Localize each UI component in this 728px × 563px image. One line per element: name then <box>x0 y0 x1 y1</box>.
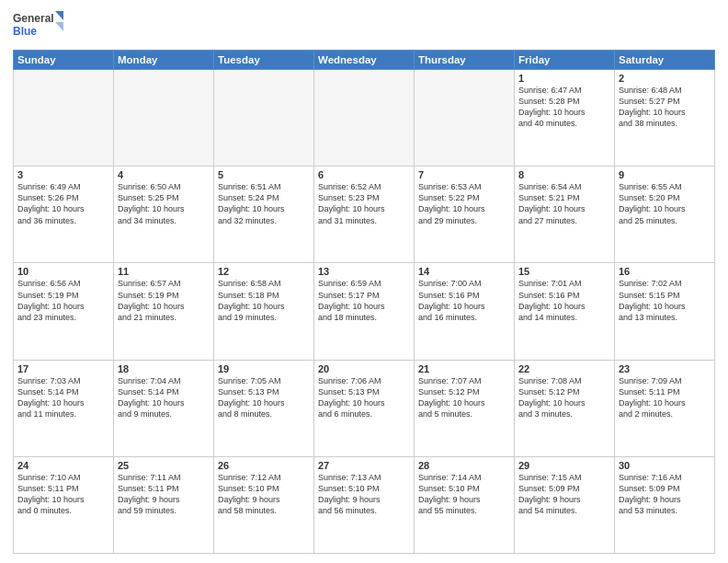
calendar-cell: 3Sunrise: 6:49 AM Sunset: 5:26 PM Daylig… <box>14 167 114 263</box>
weekday-header-friday: Friday <box>515 51 615 70</box>
calendar-cell <box>14 70 114 167</box>
calendar-cell: 24Sunrise: 7:10 AM Sunset: 5:11 PM Dayli… <box>14 456 114 553</box>
day-number: 17 <box>17 363 109 374</box>
calendar-cell: 29Sunrise: 7:15 AM Sunset: 5:09 PM Dayli… <box>515 456 615 553</box>
day-number: 5 <box>218 169 310 180</box>
day-number: 16 <box>619 266 711 277</box>
day-number: 22 <box>518 363 610 374</box>
weekday-header-sunday: Sunday <box>14 51 114 70</box>
header: General Blue <box>13 9 715 42</box>
calendar-cell: 7Sunrise: 6:53 AM Sunset: 5:22 PM Daylig… <box>415 167 515 263</box>
day-info: Sunrise: 6:54 AM Sunset: 5:21 PM Dayligh… <box>518 181 610 226</box>
calendar-cell: 26Sunrise: 7:12 AM Sunset: 5:10 PM Dayli… <box>214 456 314 553</box>
logo-svg: General Blue <box>13 9 63 42</box>
day-info: Sunrise: 6:57 AM Sunset: 5:19 PM Dayligh… <box>118 278 210 323</box>
day-number: 4 <box>118 169 210 180</box>
weekday-header-tuesday: Tuesday <box>214 51 314 70</box>
day-number: 21 <box>418 363 510 374</box>
calendar-cell: 27Sunrise: 7:13 AM Sunset: 5:10 PM Dayli… <box>314 456 415 553</box>
day-info: Sunrise: 7:13 AM Sunset: 5:10 PM Dayligh… <box>318 472 410 517</box>
calendar-cell: 19Sunrise: 7:05 AM Sunset: 5:13 PM Dayli… <box>214 360 314 456</box>
day-number: 27 <box>318 460 410 471</box>
day-info: Sunrise: 6:51 AM Sunset: 5:24 PM Dayligh… <box>218 181 310 226</box>
day-info: Sunrise: 7:06 AM Sunset: 5:13 PM Dayligh… <box>318 375 410 420</box>
day-number: 6 <box>318 169 410 180</box>
calendar-cell: 2Sunrise: 6:48 AM Sunset: 5:27 PM Daylig… <box>615 70 715 167</box>
day-number: 24 <box>17 460 109 471</box>
day-number: 23 <box>619 363 711 374</box>
day-info: Sunrise: 6:59 AM Sunset: 5:17 PM Dayligh… <box>318 278 410 323</box>
day-info: Sunrise: 7:12 AM Sunset: 5:10 PM Dayligh… <box>218 472 310 517</box>
calendar-cell: 21Sunrise: 7:07 AM Sunset: 5:12 PM Dayli… <box>415 360 515 456</box>
day-number: 26 <box>218 460 310 471</box>
weekday-header-thursday: Thursday <box>415 51 515 70</box>
calendar-cell: 12Sunrise: 6:58 AM Sunset: 5:18 PM Dayli… <box>214 263 314 360</box>
calendar-cell: 22Sunrise: 7:08 AM Sunset: 5:12 PM Dayli… <box>515 360 615 456</box>
day-info: Sunrise: 7:08 AM Sunset: 5:12 PM Dayligh… <box>518 375 610 420</box>
day-number: 9 <box>619 169 711 180</box>
day-info: Sunrise: 7:05 AM Sunset: 5:13 PM Dayligh… <box>218 375 310 420</box>
day-info: Sunrise: 7:02 AM Sunset: 5:15 PM Dayligh… <box>619 278 711 323</box>
day-number: 28 <box>418 460 510 471</box>
calendar-cell <box>415 70 515 167</box>
day-number: 20 <box>318 363 410 374</box>
calendar-cell: 4Sunrise: 6:50 AM Sunset: 5:25 PM Daylig… <box>114 167 214 263</box>
day-info: Sunrise: 7:03 AM Sunset: 5:14 PM Dayligh… <box>17 375 109 420</box>
day-info: Sunrise: 7:07 AM Sunset: 5:12 PM Dayligh… <box>418 375 510 420</box>
calendar-cell <box>314 70 415 167</box>
svg-marker-2 <box>55 11 63 20</box>
day-number: 1 <box>518 73 610 84</box>
day-info: Sunrise: 7:15 AM Sunset: 5:09 PM Dayligh… <box>518 472 610 517</box>
calendar-cell: 17Sunrise: 7:03 AM Sunset: 5:14 PM Dayli… <box>14 360 114 456</box>
day-number: 11 <box>118 266 210 277</box>
day-number: 30 <box>619 460 711 471</box>
day-info: Sunrise: 7:04 AM Sunset: 5:14 PM Dayligh… <box>118 375 210 420</box>
day-info: Sunrise: 6:47 AM Sunset: 5:28 PM Dayligh… <box>518 85 610 130</box>
calendar-cell: 10Sunrise: 6:56 AM Sunset: 5:19 PM Dayli… <box>14 263 114 360</box>
day-number: 7 <box>418 169 510 180</box>
calendar-cell: 30Sunrise: 7:16 AM Sunset: 5:09 PM Dayli… <box>615 456 715 553</box>
day-info: Sunrise: 6:49 AM Sunset: 5:26 PM Dayligh… <box>17 181 109 226</box>
day-info: Sunrise: 7:14 AM Sunset: 5:10 PM Dayligh… <box>418 472 510 517</box>
calendar-cell: 9Sunrise: 6:55 AM Sunset: 5:20 PM Daylig… <box>615 167 715 263</box>
calendar-cell: 18Sunrise: 7:04 AM Sunset: 5:14 PM Dayli… <box>114 360 214 456</box>
calendar-table: SundayMondayTuesdayWednesdayThursdayFrid… <box>13 50 715 554</box>
day-number: 3 <box>17 169 109 180</box>
day-info: Sunrise: 6:58 AM Sunset: 5:18 PM Dayligh… <box>218 278 310 323</box>
calendar-cell: 15Sunrise: 7:01 AM Sunset: 5:16 PM Dayli… <box>515 263 615 360</box>
calendar-cell: 13Sunrise: 6:59 AM Sunset: 5:17 PM Dayli… <box>314 263 415 360</box>
calendar-cell: 20Sunrise: 7:06 AM Sunset: 5:13 PM Dayli… <box>314 360 415 456</box>
calendar-cell: 5Sunrise: 6:51 AM Sunset: 5:24 PM Daylig… <box>214 167 314 263</box>
calendar-cell <box>214 70 314 167</box>
day-info: Sunrise: 7:09 AM Sunset: 5:11 PM Dayligh… <box>619 375 711 420</box>
day-info: Sunrise: 6:53 AM Sunset: 5:22 PM Dayligh… <box>418 181 510 226</box>
calendar-cell: 11Sunrise: 6:57 AM Sunset: 5:19 PM Dayli… <box>114 263 214 360</box>
day-number: 29 <box>518 460 610 471</box>
calendar-cell: 16Sunrise: 7:02 AM Sunset: 5:15 PM Dayli… <box>615 263 715 360</box>
day-number: 13 <box>318 266 410 277</box>
calendar-cell: 14Sunrise: 7:00 AM Sunset: 5:16 PM Dayli… <box>415 263 515 360</box>
day-number: 12 <box>218 266 310 277</box>
calendar-cell: 28Sunrise: 7:14 AM Sunset: 5:10 PM Dayli… <box>415 456 515 553</box>
day-number: 10 <box>17 266 109 277</box>
day-number: 25 <box>118 460 210 471</box>
calendar-cell: 25Sunrise: 7:11 AM Sunset: 5:11 PM Dayli… <box>114 456 214 553</box>
calendar-cell: 23Sunrise: 7:09 AM Sunset: 5:11 PM Dayli… <box>615 360 715 456</box>
calendar-cell: 8Sunrise: 6:54 AM Sunset: 5:21 PM Daylig… <box>515 167 615 263</box>
day-info: Sunrise: 6:56 AM Sunset: 5:19 PM Dayligh… <box>17 278 109 323</box>
weekday-header-wednesday: Wednesday <box>314 51 415 70</box>
svg-marker-3 <box>55 22 63 31</box>
day-number: 14 <box>418 266 510 277</box>
day-info: Sunrise: 6:55 AM Sunset: 5:20 PM Dayligh… <box>619 181 711 226</box>
day-info: Sunrise: 6:48 AM Sunset: 5:27 PM Dayligh… <box>619 85 711 130</box>
day-info: Sunrise: 7:00 AM Sunset: 5:16 PM Dayligh… <box>418 278 510 323</box>
weekday-header-saturday: Saturday <box>615 51 715 70</box>
day-number: 2 <box>619 73 711 84</box>
logo: General Blue <box>13 9 63 42</box>
day-info: Sunrise: 7:16 AM Sunset: 5:09 PM Dayligh… <box>619 472 711 517</box>
weekday-header-monday: Monday <box>114 51 214 70</box>
day-number: 19 <box>218 363 310 374</box>
day-info: Sunrise: 7:11 AM Sunset: 5:11 PM Dayligh… <box>118 472 210 517</box>
day-info: Sunrise: 7:01 AM Sunset: 5:16 PM Dayligh… <box>518 278 610 323</box>
calendar-cell <box>114 70 214 167</box>
